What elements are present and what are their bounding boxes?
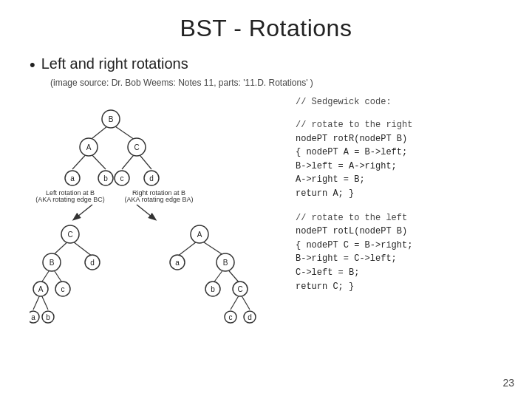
code-line1: nodePT rotR(nodePT B) (296, 132, 502, 146)
slide-title: BST - Rotations (30, 15, 502, 42)
svg-text:A: A (86, 143, 92, 151)
svg-text:A: A (197, 231, 202, 239)
tree-area: B A C a b c d (30, 95, 281, 335)
svg-text:C: C (237, 285, 242, 293)
svg-text:a: a (175, 259, 180, 267)
svg-text:c: c (120, 174, 124, 183)
svg-text:b: b (211, 285, 215, 293)
code-comment1: // Sedgewick code: (296, 97, 392, 107)
code-comment3: // rotate to the left (296, 213, 407, 223)
code-line8: B->right = C->left; (296, 252, 502, 266)
svg-text:a: a (70, 174, 75, 183)
svg-text:c: c (229, 313, 233, 321)
code-line9: C->left = B; (296, 266, 502, 280)
svg-text:C: C (134, 143, 139, 151)
bullet-text: Left and right rotations (41, 55, 188, 72)
tree-svg: B A C a b c d (30, 95, 281, 332)
bullet-item: • Left and right rotations (30, 55, 502, 75)
svg-text:b: b (46, 313, 50, 321)
svg-text:d: d (149, 174, 154, 183)
page-number: 23 (502, 377, 514, 389)
svg-text:a: a (31, 313, 35, 321)
svg-line-25 (137, 205, 155, 219)
code-line6: nodePT rotL(nodePT B) (296, 225, 502, 239)
svg-text:(AKA rotating edge BC): (AKA rotating edge BC) (35, 196, 105, 203)
code-line2: { nodePT A = B->left; (296, 146, 502, 160)
code-line3: B->left = A->right; (296, 160, 502, 174)
slide: BST - Rotations • Left and right rotatio… (0, 0, 532, 399)
svg-text:A: A (38, 285, 44, 293)
svg-text:B: B (50, 259, 55, 267)
svg-text:C: C (67, 231, 72, 239)
code-line7: { nodePT C = B->right; (296, 239, 502, 253)
svg-text:(AKA rotating edge BA): (AKA rotating edge BA) (124, 196, 193, 203)
content-area: B A C a b c d (30, 95, 502, 335)
code-area: // Sedgewick code: // rotate to the righ… (288, 95, 502, 335)
svg-line-24 (74, 205, 92, 219)
code-comment2: // rotate to the right (296, 120, 412, 130)
code-line4: A->right = B; (296, 173, 502, 187)
svg-text:d: d (248, 313, 252, 321)
svg-text:b: b (103, 174, 108, 183)
bullet-dot: • (30, 55, 35, 75)
svg-text:c: c (61, 285, 65, 293)
code-line10: return C; } (296, 280, 502, 294)
svg-text:d: d (90, 259, 95, 267)
code-line5: return A; } (296, 187, 502, 201)
svg-text:B: B (223, 259, 228, 267)
image-source: (image source: Dr. Bob Weems: Notes 11, … (50, 78, 502, 88)
svg-text:B: B (109, 115, 114, 123)
